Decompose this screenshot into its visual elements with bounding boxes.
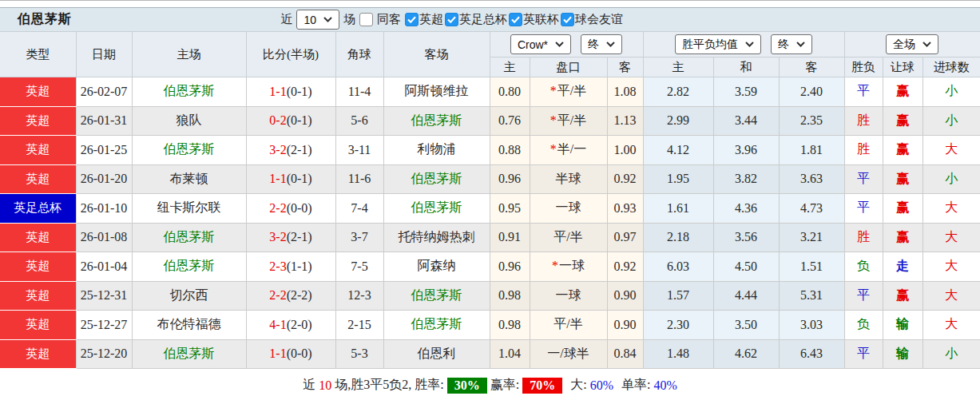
- competition-toggle: 球会友谊: [561, 12, 623, 27]
- table-row: 英超25-12-27布伦特福德4-1(2-0)2-15伯恩茅斯0.98平/半0.…: [0, 311, 980, 340]
- away-team-name: 阿森纳: [418, 259, 456, 272]
- odds-stage-value: 终: [588, 38, 599, 52]
- summary-record: 场,胜3平5负2, 胜率:: [335, 377, 443, 394]
- table-row: 英超26-01-25伯恩茅斯3-2(2-1)3-11利物浦0.88*半/一1.0…: [0, 136, 980, 165]
- cell-mean-draw: 3.44: [713, 106, 779, 136]
- cell-goals: 大: [922, 281, 980, 311]
- cell-odds-home: 0.76: [490, 106, 530, 136]
- cell-handicap: 一/球半: [530, 339, 607, 369]
- cell-odds-home: 0.98: [490, 281, 530, 311]
- cell-home-team: 伯恩茅斯: [132, 339, 246, 369]
- cell-handicap-result: 赢: [883, 106, 922, 136]
- half-time-score: (1-1): [287, 259, 312, 273]
- chevron-down-icon: [796, 42, 805, 47]
- cell-handicap-result: 输: [883, 339, 922, 369]
- away-team-name: 伯恩利: [418, 347, 456, 360]
- single-label: 单率:: [621, 377, 650, 394]
- col-header-mean-draw: 和: [713, 57, 779, 77]
- cell-result: 平: [844, 164, 883, 194]
- cell-home-team: 伯恩茅斯: [132, 252, 246, 282]
- cell-corners: 11-6: [335, 164, 383, 194]
- cell-corners: 3-11: [335, 136, 383, 165]
- cell-score: 1-1(0-0): [246, 339, 335, 369]
- competition-checkbox[interactable]: [509, 13, 522, 26]
- half-time-score: (2-1): [287, 230, 312, 244]
- full-time-score: 3-2: [269, 143, 286, 156]
- scope-select[interactable]: 全场: [886, 34, 938, 54]
- half-time-score: (0-1): [287, 172, 312, 185]
- match-count-select[interactable]: 10: [296, 10, 339, 30]
- cell-odds-away: 0.97: [607, 223, 643, 252]
- col-header-corners: 角球: [335, 32, 383, 77]
- cell-odds-away: 0.93: [607, 194, 643, 224]
- table-row: 英超26-01-08伯恩茅斯3-2(2-1)3-7托特纳姆热刺0.91平/半0.…: [0, 223, 980, 252]
- home-team-name: 伯恩茅斯: [164, 84, 215, 97]
- check-icon: [563, 16, 572, 23]
- cell-mean-away: 4.73: [779, 194, 844, 224]
- cell-mean-home: 2.18: [643, 223, 713, 252]
- cell-competition-type: 英足总杯: [0, 194, 76, 224]
- cell-mean-draw: 4.36: [713, 194, 779, 224]
- competition-checkbox[interactable]: [561, 13, 574, 26]
- home-team-name: 伯恩茅斯: [164, 347, 215, 360]
- odds-company-select[interactable]: Crow*: [510, 34, 571, 54]
- cell-handicap-result: 走: [883, 252, 922, 282]
- mean-stage-select[interactable]: 终: [771, 34, 812, 54]
- handicap-text: 一球: [559, 259, 585, 272]
- match-tbody: 英超26-02-07伯恩茅斯1-1(0-1)11-4阿斯顿维拉0.80*平/半1…: [0, 77, 980, 369]
- cell-handicap: 平/半: [530, 311, 607, 340]
- handicap-star-icon: *: [550, 142, 557, 156]
- cell-goals: 大: [922, 252, 980, 282]
- cell-score: 2-2(2-2): [246, 281, 335, 311]
- cell-competition-type: 英超: [0, 77, 76, 107]
- match-count-value: 10: [304, 14, 316, 26]
- same-opponent-label: 同客: [377, 12, 401, 27]
- cell-handicap-result: 赢: [883, 281, 922, 311]
- cell-competition-type: 英超: [0, 223, 76, 252]
- match-history-table: 类型 日期 主场 比分(半场) 角球 客场 Crow* 终: [0, 31, 980, 369]
- competition-toggle: 英超: [405, 12, 443, 27]
- cell-corners: 7-5: [335, 252, 383, 282]
- cell-mean-away: 1.81: [779, 136, 844, 165]
- cell-mean-draw: 4.62: [713, 339, 779, 369]
- cell-handicap-result: 赢: [883, 223, 922, 252]
- cell-result: 平: [844, 77, 883, 107]
- half-time-score: (2-2): [287, 288, 312, 302]
- cell-result: 平: [844, 194, 883, 224]
- cell-odds-away: 0.92: [607, 164, 643, 194]
- home-team-name: 伯恩茅斯: [164, 259, 215, 272]
- col-header-mean-home: 主: [643, 57, 713, 77]
- cell-handicap: *平/半: [530, 77, 607, 107]
- competition-checkbox[interactable]: [445, 13, 458, 26]
- handicap-text: 平/半: [553, 230, 582, 244]
- home-team-name: 纽卡斯尔联: [157, 200, 221, 214]
- full-time-score: 2-2: [269, 201, 286, 215]
- competition-checkbox[interactable]: [405, 13, 419, 26]
- cell-away-team: 伯恩茅斯: [383, 194, 490, 224]
- away-team-name: 伯恩茅斯: [411, 200, 462, 214]
- full-time-score: 1-1: [269, 347, 286, 360]
- cell-mean-draw: 3.96: [713, 136, 779, 165]
- cell-mean-away: 6.43: [779, 339, 844, 369]
- home-team-name: 切尔西: [170, 288, 208, 302]
- cell-mean-home: 1.61: [643, 194, 713, 224]
- odds-stage-select[interactable]: 终: [581, 34, 622, 54]
- cell-corners: 5-6: [335, 106, 383, 136]
- handicap-text: 半球: [556, 172, 581, 185]
- competition-label: 球会友谊: [575, 12, 623, 27]
- handicap-text: 平/半: [557, 113, 586, 127]
- handicap-text: 一球: [556, 200, 581, 214]
- scope-value: 全场: [893, 38, 915, 52]
- cell-handicap-result: 赢: [883, 136, 922, 165]
- cell-corners: 5-3: [335, 339, 383, 369]
- filter-controls: 近 10 场 同客 英超英足总杯英联杯球会友谊: [280, 10, 623, 30]
- cell-odds-home: 0.95: [490, 194, 530, 224]
- cell-result: 胜: [844, 223, 883, 252]
- near-label: 近: [280, 12, 292, 27]
- cell-away-team: 伯恩茅斯: [383, 281, 490, 311]
- mean-type-select[interactable]: 胜平负均值: [675, 34, 761, 54]
- cell-home-team: 布伦特福德: [132, 311, 246, 340]
- col-header-type: 类型: [0, 32, 76, 77]
- handicap-text: 平/半: [557, 84, 586, 97]
- same-opponent-checkbox[interactable]: [359, 13, 373, 26]
